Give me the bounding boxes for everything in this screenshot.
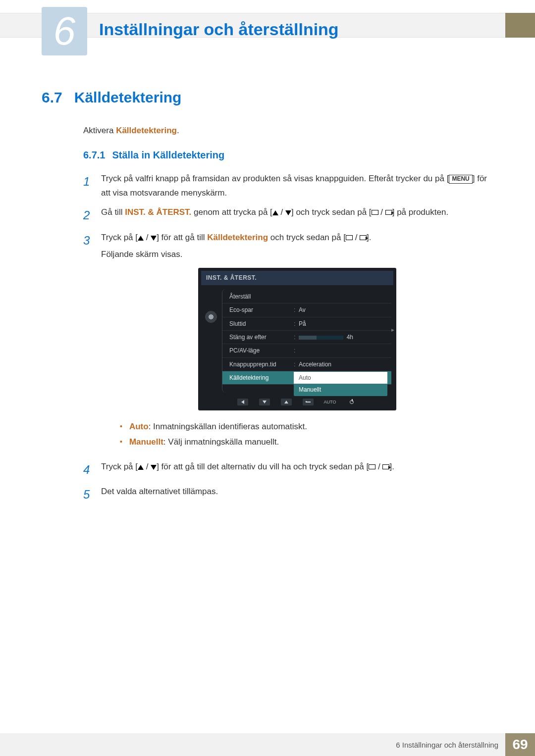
box-arrow-icon [382, 464, 389, 469]
step3-follow: Följande skärm visas. [101, 248, 493, 262]
up-icon [272, 210, 278, 215]
step-num: 4 [83, 460, 92, 480]
osd-list: Återställ Eco-spar:Av Sluttid:På Stäng a… [222, 289, 391, 393]
step-3: 3 Tryck på [ / ] för att gå till Källdet… [83, 231, 493, 455]
osd-body: Återställ Eco-spar:Av Sluttid:På Stäng a… [201, 285, 393, 395]
menu-key-icon: MENU [449, 175, 472, 184]
osd-item-sluttid[interactable]: Sluttid:På [222, 317, 391, 331]
step-text: Gå till INST. & ÅTERST. genom att trycka… [101, 205, 493, 226]
down-icon [151, 236, 157, 241]
footer-text: 6 Inställningar och återställning [389, 733, 505, 756]
gear-icon [204, 310, 218, 324]
box-icon [369, 464, 375, 469]
intro-suffix: . [177, 126, 179, 135]
step-text: Det valda alternativet tillämpas. [101, 485, 493, 505]
step-num: 5 [83, 485, 92, 505]
chapter-title: Inställningar och återställning [99, 20, 339, 39]
chapter-badge: 6 [42, 7, 87, 55]
osd-option-auto[interactable]: Auto [294, 372, 387, 384]
subsection-number: 6.7.1 [83, 150, 105, 161]
osd-btn-up[interactable] [281, 399, 292, 405]
osd-item-knapp[interactable]: Knappupprepn.tid:Acceleration [222, 358, 391, 371]
osd-title: INST. & ÅTERST. [201, 271, 393, 285]
section-heading: 6.7 Källdetektering [42, 89, 493, 106]
step-text: Tryck på [ / ] för att gå till Källdetek… [101, 231, 493, 455]
step-text: Tryck på valfri knapp på framsidan av pr… [101, 172, 493, 201]
step-num: 1 [83, 172, 92, 201]
osd-slider[interactable] [299, 336, 343, 340]
chapter-number: 6 [54, 8, 76, 54]
osd-item-pcav[interactable]: PC/AV-läge: [222, 344, 391, 357]
osd-item-kalldetektering[interactable]: Källdetektering: Auto Manuellt [222, 371, 391, 385]
section-title: Källdetektering [74, 89, 182, 106]
subsection-title: Ställa in Källdetektering [112, 150, 224, 161]
osd-menu: INST. & ÅTERST. Återställ Eco-spar:Av Sl… [198, 268, 396, 410]
osd-btn-auto[interactable]: AUTO [324, 399, 335, 405]
osd-item-ecospar[interactable]: Eco-spar:Av [222, 303, 391, 317]
steps-list: 1 Tryck på valfri knapp på framsidan av … [83, 172, 493, 505]
up-icon [138, 236, 144, 241]
step-1: 1 Tryck på valfri knapp på framsidan av … [83, 172, 493, 201]
box-arrow-icon [360, 235, 367, 240]
intro-highlight: Källdetektering [116, 126, 177, 135]
osd-footer: AUTO [201, 395, 393, 406]
box-icon [346, 235, 353, 240]
bullet-dot-icon: • [120, 435, 122, 450]
box-arrow-icon [385, 210, 392, 215]
osd-btn-power[interactable] [346, 399, 357, 405]
step-2: 2 Gå till INST. & ÅTERST. genom att tryc… [83, 205, 493, 226]
up-icon [138, 465, 144, 470]
osd-btn-enter[interactable] [303, 399, 314, 405]
osd-item-stangav[interactable]: Stäng av efter: 4h [222, 331, 391, 344]
step-num: 2 [83, 205, 92, 226]
bullet-manuellt: • Manuellt: Välj inmatningskälla manuell… [120, 435, 493, 450]
bullet-list: • Auto: Inmatningskällan identifieras au… [120, 419, 493, 450]
box-icon [372, 210, 378, 215]
page-footer: 6 Inställningar och återställning 69 [0, 733, 535, 756]
bullet-auto: • Auto: Inmatningskällan identifieras au… [120, 419, 493, 435]
osd-btn-down[interactable] [259, 399, 270, 405]
step-text: Tryck på [ / ] för att gå till det alter… [101, 460, 493, 480]
intro-prefix: Aktivera [83, 126, 116, 135]
osd-dropdown[interactable]: Auto Manuellt [294, 372, 387, 396]
intro-line: Aktivera Källdetektering. [83, 126, 493, 136]
footer-page-number: 69 [505, 733, 535, 756]
step-4: 4 Tryck på [ / ] för att gå till det alt… [83, 460, 493, 480]
down-icon [285, 210, 291, 215]
osd-option-manuellt[interactable]: Manuellt [294, 384, 387, 396]
step-num: 3 [83, 231, 92, 455]
osd-btn-left[interactable] [237, 399, 248, 405]
osd-item-reset[interactable]: Återställ [222, 290, 391, 303]
osd-scroll-right-icon: ▸ [391, 325, 394, 335]
page-content: 6.7 Källdetektering Aktivera Källdetekte… [42, 89, 493, 510]
bullet-dot-icon: • [120, 419, 122, 435]
down-icon [151, 465, 157, 470]
section-number: 6.7 [42, 89, 62, 106]
step-5: 5 Det valda alternativet tillämpas. [83, 485, 493, 505]
subsection-heading: 6.7.1 Ställa in Källdetektering [83, 150, 493, 161]
